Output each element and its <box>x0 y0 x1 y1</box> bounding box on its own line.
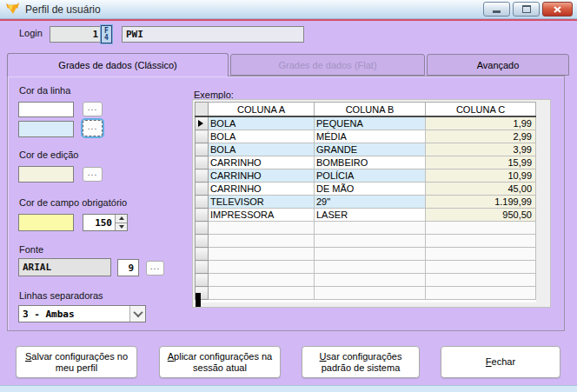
login-lookup-button[interactable]: F 4 <box>101 25 112 43</box>
row-selector[interactable] <box>196 183 209 196</box>
table-cell[interactable]: CARRINHO <box>209 183 315 196</box>
row-selector[interactable] <box>196 143 209 156</box>
font-browse-button[interactable]: ... <box>146 261 164 276</box>
table-cell[interactable]: 15,99 <box>426 156 536 169</box>
chevron-down-icon <box>133 308 143 317</box>
required-color-spinner[interactable]: 150 <box>83 214 128 231</box>
table-cell[interactable] <box>426 235 536 248</box>
line-color-browse-1[interactable]: ... <box>83 102 103 116</box>
table-cell[interactable]: IMPRESSORA <box>209 209 315 222</box>
tab-grades-flat[interactable]: Grades de dados (Flat) <box>230 54 425 76</box>
edit-color-browse[interactable]: ... <box>83 167 103 182</box>
table-cell[interactable]: CARRINHO <box>209 169 315 183</box>
row-selector[interactable] <box>196 209 209 222</box>
line-color-swatch-2[interactable] <box>18 121 74 137</box>
table-cell[interactable] <box>426 274 536 287</box>
table-cell[interactable]: 950,50 <box>426 209 536 222</box>
apply-session-button[interactable]: Aplicar configurações na sessão atual <box>159 346 281 378</box>
titlebar[interactable]: Perfil de usuário <box>0 0 577 19</box>
table-cell[interactable]: TELEVISOR <box>209 196 315 209</box>
table-cell[interactable] <box>315 248 426 261</box>
use-system-defaults-button[interactable]: Usar configurações padrão de sistema <box>302 346 420 378</box>
spinner-up-button[interactable] <box>116 215 127 223</box>
line-color-swatch-1[interactable] <box>18 102 74 117</box>
close-icon <box>554 6 561 13</box>
table-cell[interactable] <box>209 274 315 287</box>
tab-avancado[interactable]: Avançado <box>427 54 569 76</box>
table-cell[interactable]: BOLA <box>209 130 315 143</box>
login-label: Login <box>19 28 43 38</box>
spinner-down-button[interactable] <box>116 223 127 231</box>
row-selector[interactable] <box>196 261 209 274</box>
table-cell[interactable]: GRANDE <box>315 143 426 156</box>
font-size-field[interactable]: 9 <box>117 259 139 276</box>
login-code-field[interactable]: 1 <box>50 26 102 43</box>
table-cell[interactable] <box>209 222 315 235</box>
table-cell[interactable]: POLÍCIA <box>315 169 426 183</box>
minimize-button[interactable] <box>483 2 510 17</box>
table-cell[interactable]: LASER <box>315 209 426 222</box>
close-button[interactable] <box>542 2 573 17</box>
dropdown-button[interactable] <box>129 306 145 322</box>
font-label: Fonte <box>19 244 43 255</box>
table-cell[interactable]: PEQUENA <box>315 116 426 130</box>
separator-lines-label: Linhas separadoras <box>19 290 103 301</box>
required-color-swatch[interactable] <box>18 214 74 231</box>
table-cell[interactable] <box>315 287 426 300</box>
required-color-label: Cor de campo obrigatório <box>19 197 127 208</box>
table-cell[interactable] <box>209 235 315 248</box>
table-empty-row <box>196 222 536 235</box>
table-cell[interactable]: CARRINHO <box>209 156 315 169</box>
table-cell[interactable] <box>426 222 536 235</box>
table-cell[interactable] <box>315 274 426 287</box>
table-cell[interactable] <box>426 248 536 261</box>
table-cell[interactable]: 45,00 <box>426 183 536 196</box>
tab-grades-classico[interactable]: Grades de dados (Clássico) <box>7 53 229 76</box>
table-cell[interactable] <box>426 261 536 274</box>
font-name-field[interactable]: ARIAL <box>18 258 111 276</box>
table-cell[interactable]: 1,99 <box>426 116 536 130</box>
table-cell[interactable]: 2,99 <box>426 130 536 143</box>
row-selector[interactable] <box>196 248 209 261</box>
table-cell[interactable] <box>315 222 426 235</box>
save-profile-button[interactable]: Salvar configurações no meu perfil <box>16 346 137 378</box>
row-selector[interactable] <box>196 235 209 248</box>
table-cell[interactable]: DE MÃO <box>315 183 426 196</box>
table-cell[interactable]: 29" <box>315 196 426 209</box>
row-selector[interactable] <box>196 222 209 235</box>
column-header[interactable]: COLUNA B <box>315 103 426 117</box>
table-cell[interactable] <box>426 287 536 300</box>
row-selector[interactable] <box>196 274 209 287</box>
column-header[interactable]: COLUNA A <box>209 103 315 117</box>
table-row: TELEVISOR29"1.199,99 <box>196 196 536 209</box>
table-row: IMPRESSORALASER950,50 <box>196 209 536 222</box>
table-cell[interactable]: BOMBEIRO <box>315 156 426 169</box>
button-label: Aplicar configurações na sessão atual <box>165 351 275 374</box>
user-profile-window: Perfil de usuário Login 1 F 4 PWI Grades… <box>0 0 577 392</box>
table-cell[interactable]: 3,99 <box>426 143 536 156</box>
close-form-button[interactable]: Fechar <box>441 346 560 378</box>
table-cell[interactable]: BOLA <box>209 116 315 130</box>
table-cell[interactable] <box>209 287 315 300</box>
maximize-button[interactable] <box>513 2 540 17</box>
column-header[interactable]: COLUNA C <box>426 103 536 117</box>
login-name-field[interactable]: PWI <box>122 26 304 43</box>
row-selector[interactable] <box>196 169 209 183</box>
row-selector[interactable] <box>196 196 209 209</box>
row-selector[interactable] <box>196 156 209 169</box>
separator-lines-dropdown[interactable]: 3 - Ambas <box>18 305 146 322</box>
table-cell[interactable] <box>315 261 426 274</box>
line-color-browse-2[interactable]: ... <box>83 120 103 136</box>
edit-color-swatch[interactable] <box>18 166 74 183</box>
table-cell[interactable]: 10,99 <box>426 169 536 183</box>
table-row: BOLAPEQUENA1,99 <box>196 116 536 130</box>
table-cell[interactable] <box>209 248 315 261</box>
row-selector[interactable] <box>196 130 209 143</box>
table-cell[interactable]: MÉDIA <box>315 130 426 143</box>
table-cell[interactable]: 1.199,99 <box>426 196 536 209</box>
lookup-key-number: 4 <box>104 35 109 42</box>
table-cell[interactable]: BOLA <box>209 143 315 156</box>
row-selector-current[interactable] <box>196 116 209 130</box>
table-cell[interactable] <box>209 261 315 274</box>
table-cell[interactable] <box>315 235 426 248</box>
